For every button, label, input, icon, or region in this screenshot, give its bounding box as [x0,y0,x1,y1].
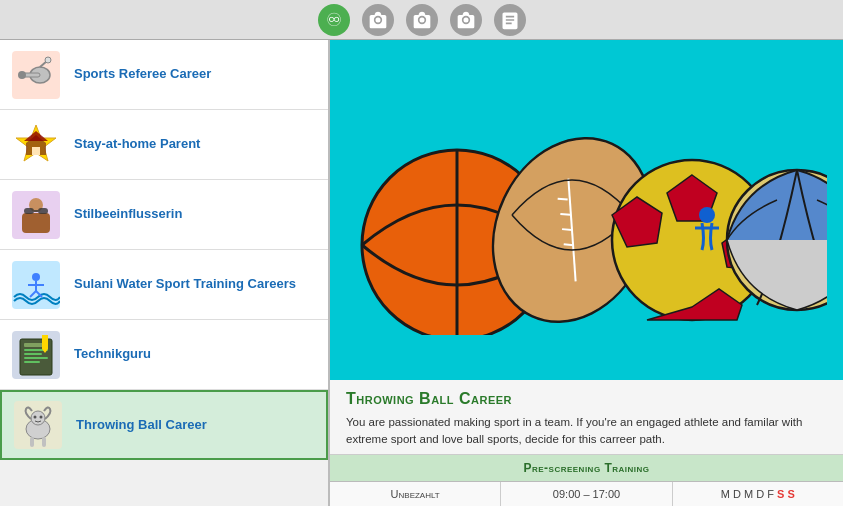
day-d2: D [756,488,767,500]
svg-rect-27 [24,357,48,359]
schedule-bar: Unbezahlt 09:00 – 17:00 M D M D F S S [330,481,843,506]
svg-point-3 [18,71,26,79]
sidebar-item-stilbeeinflusser[interactable]: Stilbeeinflusserin [0,180,328,250]
career-title: Throwing Ball Career [346,390,827,408]
camera1-icon[interactable] [362,4,394,36]
sports-balls-svg [347,85,827,335]
right-panel: Throwing Ball Career You are passionated… [330,40,843,506]
stay-home-label: Stay-at-home Parent [74,136,200,153]
svg-rect-36 [30,437,34,447]
svg-rect-29 [42,335,48,349]
sulani-label: Sulani Water Sport Training Careers [74,276,296,293]
days-cell: M D M D F S S [673,482,843,506]
day-s2: S [787,488,794,500]
svg-rect-12 [22,213,50,233]
sulani-icon [10,259,62,311]
stilbeeinflusser-label: Stilbeeinflusserin [74,206,182,223]
sidebar-item-throwing-ball[interactable]: Throwing Ball Career [0,390,328,460]
svg-point-51 [699,207,715,223]
svg-rect-14 [38,208,48,214]
clipboard-icon[interactable] [494,4,526,36]
sidebar-item-stay-home[interactable]: Stay-at-home Parent [0,110,328,180]
day-m1: M [721,488,733,500]
svg-line-45 [563,244,573,245]
svg-line-42 [557,198,567,199]
sidebar-item-sulani[interactable]: Sulani Water Sport Training Careers [0,250,328,320]
sports-referee-label: Sports Referee Career [74,66,211,83]
throwing-ball-icon [12,399,64,451]
payment-cell: Unbezahlt [330,482,501,506]
svg-point-33 [31,411,45,425]
technikguru-label: Technikguru [74,346,151,363]
main-content: Sports Referee Career Stay-at-home Paren… [0,40,843,506]
day-s1: S [777,488,787,500]
svg-line-43 [560,214,570,215]
level-name: Pre-screening Training [330,455,843,481]
career-info: Throwing Ball Career You are passionated… [330,380,843,455]
toolbar: ♾ [0,0,843,40]
svg-line-44 [562,229,572,230]
sidebar-item-technikguru[interactable]: Technikguru [0,320,328,390]
svg-rect-26 [24,353,42,355]
day-f: F [767,488,777,500]
svg-rect-28 [24,361,40,363]
stay-home-icon [10,119,62,171]
day-m2: M [744,488,756,500]
camera2-icon[interactable] [406,4,438,36]
svg-marker-8 [24,131,48,141]
svg-point-34 [34,416,37,419]
svg-point-35 [40,416,43,419]
svg-rect-9 [32,147,40,155]
technikguru-icon [10,329,62,381]
camera3-icon[interactable] [450,4,482,36]
sidebar-item-sports-referee[interactable]: Sports Referee Career [0,40,328,110]
infinity-icon[interactable]: ♾ [318,4,350,36]
svg-point-5 [45,57,51,63]
career-details: Pre-screening Training Unbezahlt 09:00 –… [330,454,843,506]
svg-rect-37 [42,437,46,447]
day-d1: D [733,488,744,500]
sports-referee-icon [10,49,62,101]
career-sidebar: Sports Referee Career Stay-at-home Paren… [0,40,330,506]
throwing-ball-label: Throwing Ball Career [76,417,207,434]
career-description: You are passionated making sport in a te… [346,414,827,449]
svg-rect-13 [24,208,34,214]
svg-point-17 [32,273,40,281]
hours-cell: 09:00 – 17:00 [501,482,672,506]
stilbeeinflusser-icon [10,189,62,241]
career-image [330,40,843,380]
